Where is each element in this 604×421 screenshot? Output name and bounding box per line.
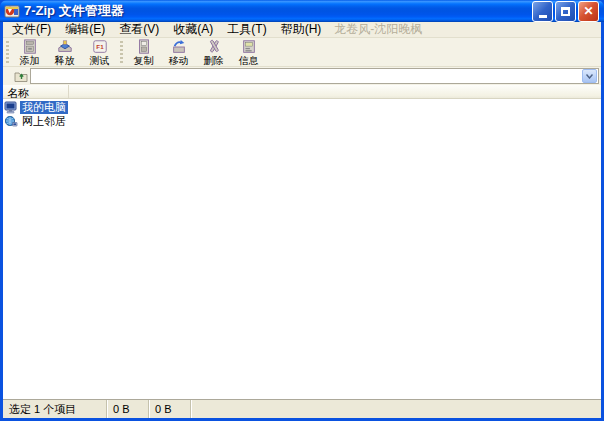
menubar-signature-text: 龙卷风-沈阳晚枫 [328, 21, 422, 38]
add-archive-icon [21, 39, 39, 55]
address-input[interactable] [31, 69, 581, 83]
extract-archive-icon [56, 39, 74, 55]
add-button-label: 添加 [20, 55, 40, 66]
close-button[interactable]: ✕ [578, 1, 599, 22]
info-button[interactable]: 信息 [231, 38, 266, 66]
chevron-down-icon [586, 74, 593, 79]
minimize-icon [539, 15, 547, 18]
copy-button[interactable]: 复制 [126, 38, 161, 66]
extract-button-label: 释放 [55, 55, 75, 66]
test-button-label: 测试 [90, 55, 110, 66]
menu-file[interactable]: 文件(F) [5, 20, 58, 39]
add-button[interactable]: 添加 [12, 38, 47, 66]
address-bar [3, 67, 601, 85]
my-computer-icon [4, 101, 18, 114]
app-icon [4, 3, 20, 19]
menu-favorites[interactable]: 收藏(A) [166, 20, 220, 39]
info-button-label: 信息 [239, 55, 259, 66]
list-item-network-places[interactable]: 网上邻居 [3, 114, 601, 128]
window-title: 7-Zip 文件管理器 [24, 2, 532, 20]
network-places-icon [4, 115, 18, 128]
list-item-my-computer[interactable]: 我的电脑 [3, 100, 601, 114]
menubar: 文件(F) 编辑(E) 查看(V) 收藏(A) 工具(T) 帮助(H) 龙卷风-… [3, 22, 601, 38]
status-size-selected: 0 B [107, 400, 149, 418]
file-list[interactable]: 我的电脑 网上邻居 [3, 99, 601, 399]
extract-button[interactable]: 释放 [47, 38, 82, 66]
delete-button[interactable]: 删除 [196, 38, 231, 66]
status-filler [191, 400, 601, 418]
delete-cross-icon [205, 39, 223, 55]
list-item-label[interactable]: 我的电脑 [20, 101, 68, 114]
copy-button-label: 复制 [134, 55, 154, 66]
up-one-level-button[interactable] [12, 68, 30, 84]
delete-button-label: 删除 [204, 55, 224, 66]
test-button[interactable]: F1 测试 [82, 38, 117, 66]
titlebar[interactable]: 7-Zip 文件管理器 ✕ [0, 0, 604, 22]
column-header-name[interactable]: 名称 [3, 85, 69, 98]
list-header: 名称 [3, 85, 601, 99]
status-selection: 选定 1 个项目 [3, 400, 107, 418]
statusbar: 选定 1 个项目 0 B 0 B [3, 400, 601, 418]
column-header-filler [69, 85, 601, 98]
move-box-arrow-icon [170, 39, 188, 55]
move-button-label: 移动 [169, 55, 189, 66]
toolbar-gripper-2[interactable] [119, 41, 124, 63]
menu-help[interactable]: 帮助(H) [274, 20, 329, 39]
maximize-button[interactable] [555, 1, 576, 22]
move-button[interactable]: 移动 [161, 38, 196, 66]
menu-tools[interactable]: 工具(T) [220, 20, 273, 39]
list-item-label[interactable]: 网上邻居 [20, 115, 68, 128]
window-content: 文件(F) 编辑(E) 查看(V) 收藏(A) 工具(T) 帮助(H) 龙卷风-… [3, 22, 601, 418]
menu-view[interactable]: 查看(V) [112, 20, 166, 39]
info-panel-icon [240, 39, 258, 55]
toolbar-gripper[interactable] [5, 41, 10, 63]
svg-text:F1: F1 [96, 43, 104, 50]
copy-cabinet-icon [135, 39, 153, 55]
address-combo [30, 68, 599, 84]
app-window: 7-Zip 文件管理器 ✕ 文件(F) 编辑(E) 查看(V) 收藏(A) 工具… [0, 0, 604, 421]
test-keycap-icon: F1 [91, 39, 109, 55]
menu-edit[interactable]: 编辑(E) [58, 20, 112, 39]
close-icon: ✕ [583, 5, 593, 17]
minimize-button[interactable] [532, 1, 553, 22]
maximize-icon [561, 7, 570, 16]
statusbar-wrap: 选定 1 个项目 0 B 0 B [3, 399, 601, 418]
folder-up-icon [14, 70, 29, 83]
toolbar: 添加 释放 F1 测试 [3, 38, 601, 67]
status-size-total: 0 B [149, 400, 191, 418]
address-dropdown-button[interactable] [582, 69, 597, 83]
